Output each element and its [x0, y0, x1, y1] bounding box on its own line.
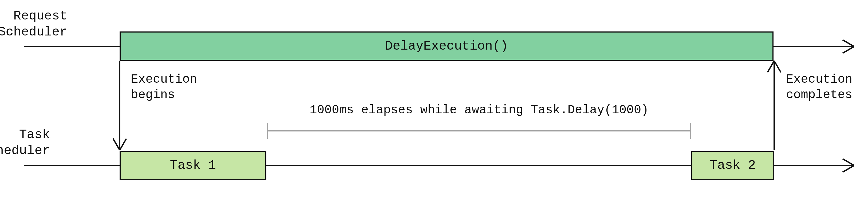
axis-request-scheduler-right: [771, 46, 854, 47]
note-execution-begins: Execution begins: [131, 72, 197, 103]
arrow-execution-begins-line: [119, 61, 120, 150]
axis-request-scheduler-left: [24, 46, 120, 47]
bar-delay-execution: DelayExecution(): [120, 31, 774, 61]
lane-label-request-scheduler: Request Scheduler: [0, 8, 67, 40]
async-await-timeline: Request Scheduler Task Scheduler DelayEx…: [0, 0, 868, 208]
elapses-tick-right: [690, 123, 691, 139]
note-elapses: 1000ms elapses while awaiting Task.Delay…: [267, 103, 691, 118]
bar-task-2-label: Task 2: [710, 158, 756, 173]
bar-task-1-label: Task 1: [170, 158, 216, 173]
bar-task-1: Task 1: [120, 151, 267, 180]
bar-delay-execution-label: DelayExecution(): [385, 39, 508, 53]
arrow-execution-completes-line: [774, 61, 775, 150]
lane-label-task-scheduler: Task Scheduler: [0, 127, 50, 159]
elapses-span: [267, 130, 691, 132]
note-execution-completes: Execution completes: [786, 72, 852, 103]
bar-task-2: Task 2: [691, 151, 774, 180]
